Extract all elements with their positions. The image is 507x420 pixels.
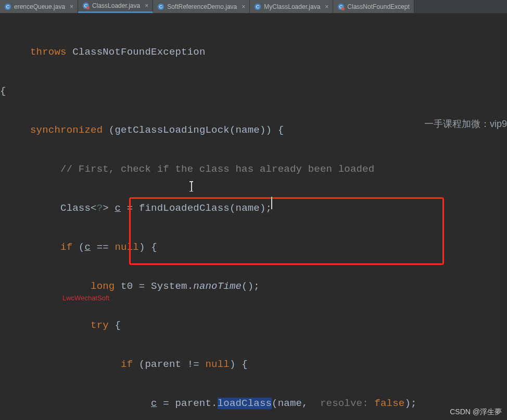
svg-text:C: C — [159, 4, 163, 9]
close-icon[interactable]: × — [325, 3, 328, 10]
code-line: throws ClassNotFoundException — [0, 43, 507, 62]
svg-text:C: C — [256, 4, 260, 9]
code-line: if (parent != null) { — [0, 355, 507, 375]
editor-tabs: C erenceQueue.java × C ClassLoader.java … — [0, 0, 507, 14]
tab-class-not-found-exception[interactable]: C ClassNotFoundExcept — [333, 0, 414, 13]
code-editor[interactable]: throws ClassNotFoundException { synchron… — [0, 14, 507, 420]
code-line: { — [0, 82, 507, 101]
java-class-icon: C — [82, 2, 90, 9]
close-icon[interactable]: × — [145, 2, 148, 9]
tab-class-loader[interactable]: C ClassLoader.java × — [78, 0, 153, 13]
tab-label: MyClassLoader.java — [264, 3, 320, 10]
svg-text:C: C — [6, 4, 10, 9]
tab-my-class-loader[interactable]: C MyClassLoader.java × — [250, 0, 333, 13]
code-line: try { — [0, 316, 507, 336]
tab-soft-reference-demo[interactable]: C SoftReferenceDemo.java × — [153, 0, 250, 13]
java-class-icon: C — [4, 3, 11, 10]
java-class-icon: C — [337, 3, 345, 10]
tab-label: erenceQueue.java — [14, 3, 65, 10]
tab-reference-queue[interactable]: C erenceQueue.java × — [0, 0, 78, 13]
tab-label: ClassLoader.java — [92, 2, 140, 9]
code-line: synchronized (getClassLoadingLock(name))… — [0, 121, 507, 141]
code-line: c = parent.loadClass(name, resolve: fals… — [0, 394, 507, 414]
svg-point-4 — [86, 6, 90, 9]
code-line: // First, check if the class has already… — [0, 160, 507, 180]
close-icon[interactable]: × — [70, 3, 73, 10]
code-line: long t0 = System.nanoTime(); — [0, 277, 507, 297]
java-class-icon: C — [254, 3, 261, 10]
svg-point-11 — [341, 7, 345, 10]
code-line: Class<?> c = findLoadedClass(name); — [0, 199, 507, 219]
tab-label: ClassNotFoundExcept — [347, 3, 409, 10]
code-line: if (c == null) { — [0, 238, 507, 258]
java-class-icon: C — [157, 3, 164, 10]
close-icon[interactable]: × — [242, 3, 245, 10]
tab-label: SoftReferenceDemo.java — [167, 3, 237, 10]
